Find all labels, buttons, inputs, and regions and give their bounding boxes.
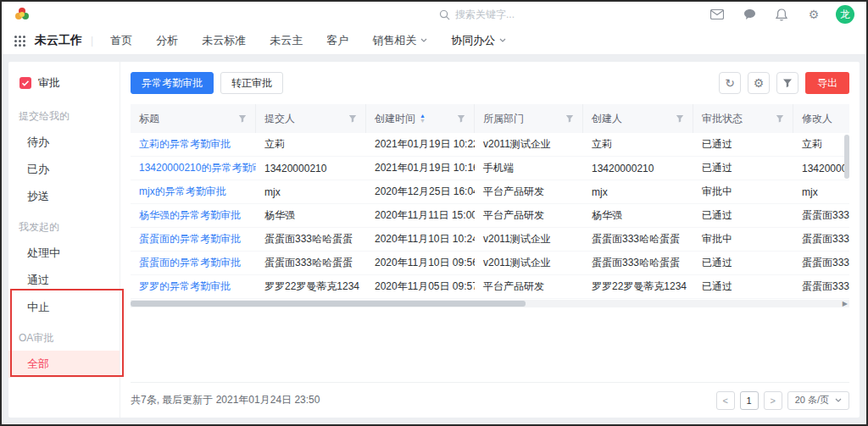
sidebar-item[interactable]: 抄送 — [8, 183, 120, 210]
global-search-input[interactable]: 搜索关键字... — [439, 8, 583, 22]
cell-created: 2020年11月11日 15:00 — [366, 208, 475, 223]
column-header-submitter[interactable]: 提交人 — [256, 104, 366, 133]
sidebar-item[interactable]: 处理中 — [8, 240, 120, 267]
sidebar-item[interactable]: 待办 — [8, 129, 120, 156]
cell-title[interactable]: 蛋蛋面的异常考勤审批 — [131, 232, 256, 246]
search-placeholder: 搜索关键字... — [455, 8, 515, 22]
column-header-department[interactable]: 所属部门 — [475, 104, 583, 133]
cell-title[interactable]: 立莉的异常考勤审批 — [131, 137, 256, 152]
next-page-button[interactable]: > — [764, 391, 782, 410]
nav-item[interactable]: 销售相关 — [372, 33, 427, 48]
app-grid-icon[interactable] — [14, 35, 26, 47]
tab-abnormal-attendance-approval[interactable]: 异常考勤审批 — [131, 72, 214, 94]
cell-submitter: 13420000210 — [256, 163, 366, 174]
column-header-creator[interactable]: 创建人 — [583, 104, 693, 133]
table-row[interactable]: 杨华强的异常考勤审批杨华强2020年11月11日 15:00平台产品研发杨华强已… — [131, 204, 849, 228]
table-header-row: 标题提交人创建时间▲▼所属部门创建人审批状态修改人 — [131, 104, 849, 133]
column-header-created[interactable]: 创建时间▲▼ — [366, 104, 475, 133]
cell-title[interactable]: 罗罗的异常考勤审批 — [131, 279, 256, 294]
cell-submitter: 立莉 — [256, 137, 366, 152]
nav-item[interactable]: 客户 — [326, 33, 348, 48]
column-label: 所属部门 — [483, 112, 524, 126]
cell-status: 审批中 — [693, 185, 793, 199]
table-row[interactable]: 13420000210的异常考勤审批134200002102021年01月19日… — [131, 157, 849, 180]
cell-created: 2020年11月10日 10:24 — [366, 232, 475, 246]
nav-item[interactable]: 首页 — [110, 33, 132, 48]
filter-icon[interactable] — [348, 114, 357, 123]
search-icon — [439, 9, 450, 20]
table-row[interactable]: 蛋蛋面的异常考勤审批蛋蛋面333哈哈蛋蛋2020年11月10日 10:24v20… — [131, 228, 849, 252]
sidebar-item[interactable]: 已办 — [8, 156, 120, 183]
prev-page-button[interactable]: < — [716, 391, 735, 410]
nav-item[interactable]: 未云主 — [270, 33, 303, 48]
filter-icon[interactable] — [238, 114, 247, 123]
content-area: 审批 提交给我的待办已办抄送我发起的处理中通过中止OA审批全部 异常考勤审批 转… — [2, 55, 866, 424]
bell-icon[interactable] — [775, 8, 788, 21]
cell-department: v2011测试企业 — [475, 232, 583, 246]
table-row[interactable]: mjx的异常考勤审批mjx2020年12月25日 16:04平台产品研发mjx审… — [131, 180, 849, 204]
filter-icon[interactable] — [776, 72, 798, 94]
approval-icon — [19, 76, 32, 90]
nav-item[interactable]: 分析 — [156, 33, 178, 48]
vertical-scrollbar[interactable] — [844, 135, 849, 179]
cell-modifier: mjx — [793, 186, 849, 198]
table-row[interactable]: 立莉的异常考勤审批立莉2021年01月19日 10:22v2011测试企业立莉已… — [131, 133, 849, 157]
sidebar-item[interactable]: 通过 — [8, 267, 120, 294]
table-row[interactable]: 蛋蛋面的异常考勤审批蛋蛋面333哈哈蛋蛋2020年11月10日 09:56v20… — [131, 252, 849, 275]
table-row[interactable]: 罗罗的异常考勤审批罗罗22罗曼蒂克12342020年11月05日 09:57平台… — [131, 275, 849, 299]
nav-item[interactable]: 未云标准 — [202, 33, 246, 48]
workspace-title[interactable]: 未云工作 — [35, 33, 82, 48]
gear-icon[interactable]: ⚙ — [807, 8, 821, 21]
cell-modifier: 蛋蛋面333哈哈 — [793, 256, 849, 270]
sidebar-item[interactable]: 中止 — [8, 294, 120, 321]
filter-icon[interactable] — [565, 114, 574, 123]
export-button[interactable]: 导出 — [805, 72, 849, 94]
mail-icon[interactable] — [710, 8, 724, 21]
column-header-modifier[interactable]: 修改人 — [793, 104, 849, 133]
refresh-icon[interactable]: ↻ — [719, 72, 741, 94]
sidebar-groups: 提交给我的待办已办抄送我发起的处理中通过中止OA审批全部 — [8, 99, 120, 378]
cell-department: 平台产品研发 — [475, 279, 583, 294]
sidebar-title: 审批 — [8, 70, 120, 99]
cell-title[interactable]: 13420000210的异常考勤审批 — [131, 161, 256, 175]
column-label: 提交人 — [264, 112, 295, 126]
sidebar-group-label: 我发起的 — [8, 210, 120, 240]
cell-modifier: 蛋蛋面333哈哈 — [793, 279, 849, 294]
sidebar-item[interactable]: 全部 — [8, 351, 120, 378]
cell-status: 已通过 — [693, 161, 793, 175]
record-summary: 共7条, 最后更新于 2021年01月24日 23:50 — [131, 393, 320, 407]
toolbar-right: ↻ ⚙ 导出 — [719, 72, 849, 94]
sort-icons[interactable]: ▲▼ — [420, 113, 426, 124]
table-body: 立莉的异常考勤审批立莉2021年01月19日 10:22v2011测试企业立莉已… — [131, 133, 849, 299]
chat-icon[interactable] — [743, 8, 756, 21]
tab-regularization-approval[interactable]: 转正审批 — [220, 72, 283, 94]
cell-title[interactable]: mjx的异常考勤审批 — [131, 185, 256, 199]
cell-created: 2020年11月10日 09:56 — [366, 256, 475, 270]
filter-icon[interactable] — [457, 114, 465, 123]
cell-department: v2011测试企业 — [475, 256, 583, 270]
horizontal-scrollbar-thumb[interactable] — [131, 301, 526, 307]
nav-item[interactable]: 协同办公 — [451, 33, 506, 48]
horizontal-scrollbar[interactable]: ▶ — [131, 300, 849, 307]
cell-creator: 罗罗22罗曼蒂克1234 — [583, 279, 693, 294]
filter-icon[interactable] — [676, 114, 684, 123]
cell-modifier: 蛋蛋面333哈哈 — [793, 232, 849, 246]
settings-icon[interactable]: ⚙ — [748, 72, 770, 94]
cell-creator: mjx — [583, 186, 693, 198]
column-header-status[interactable]: 审批状态 — [693, 104, 793, 133]
scroll-right-arrow[interactable]: ▶ — [843, 300, 848, 307]
avatar[interactable]: 龙 — [836, 5, 854, 24]
chevron-down-icon — [499, 38, 506, 43]
cell-title[interactable]: 蛋蛋面的异常考勤审批 — [131, 256, 256, 270]
cell-created: 2021年01月19日 10:22 — [366, 137, 475, 152]
column-header-title[interactable]: 标题 — [131, 104, 256, 133]
cell-submitter: 罗罗22罗曼蒂克1234 — [256, 279, 366, 294]
page-size-select[interactable]: 20 条/页 — [787, 391, 849, 410]
cell-creator: 杨华强 — [583, 208, 693, 223]
cell-status: 已通过 — [693, 208, 793, 223]
cell-title[interactable]: 杨华强的异常考勤审批 — [131, 208, 256, 223]
app-logo-icon[interactable] — [14, 6, 31, 23]
cell-status: 已通过 — [693, 279, 793, 294]
filter-icon[interactable] — [776, 114, 784, 123]
current-page-button[interactable]: 1 — [740, 391, 759, 410]
